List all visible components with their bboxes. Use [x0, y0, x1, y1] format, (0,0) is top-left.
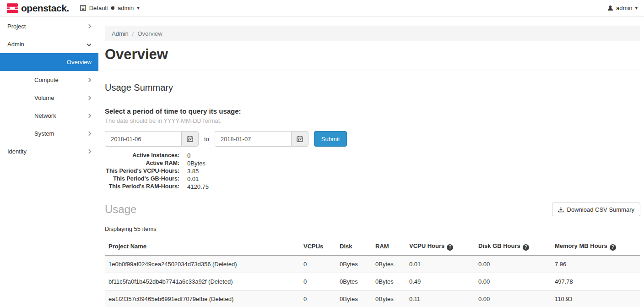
chevron-right-icon — [87, 132, 92, 136]
cell-disk: 0Bytes — [336, 290, 372, 307]
chevron-right-icon — [87, 96, 92, 100]
cell-memory-mb-hours: 110.93 — [551, 290, 640, 307]
breadcrumb-admin-link[interactable]: Admin — [112, 30, 129, 37]
cell-memory-mb-hours: 7.96 — [551, 255, 640, 273]
cell-disk: 0Bytes — [336, 273, 372, 290]
usage-table: Project Name VCPUs Disk RAM VCPU Hours? … — [105, 238, 640, 307]
sidebar-item-label: Project — [7, 23, 26, 30]
stat-value: 0 — [187, 152, 190, 159]
table-row: bf11c5fa0f1b452db4b7741a6c33a92f (Delete… — [105, 273, 640, 290]
calendar-icon[interactable] — [291, 131, 308, 147]
breadcrumb: Admin / Overview — [105, 26, 640, 41]
stat-value: 0Bytes — [187, 159, 206, 167]
sidebar-item-label: Network — [34, 112, 56, 119]
user-label: admin — [616, 5, 632, 11]
chevron-down-icon — [87, 42, 92, 47]
chevron-right-icon — [87, 24, 92, 29]
sidebar-item-network[interactable]: Network — [0, 107, 98, 125]
domain-label: Default — [89, 5, 108, 11]
cell-vcpus: 0 — [300, 290, 336, 307]
download-csv-button[interactable]: Download CSV Summary — [552, 203, 640, 216]
usage-section-header: Usage Download CSV Summary — [105, 203, 640, 216]
sidebar-item-volume[interactable]: Volume — [0, 89, 98, 107]
download-icon — [558, 207, 564, 213]
stat-active-instances: Active Instances: 0 — [105, 152, 640, 159]
date-from-group — [105, 131, 199, 147]
chevron-right-icon — [87, 78, 92, 82]
breadcrumb-current: Overview — [137, 30, 162, 37]
usage-heading: Usage — [105, 203, 136, 216]
cell-ram: 0Bytes — [372, 255, 406, 273]
stat-label: This Period's RAM-Hours: — [105, 183, 179, 191]
page-title: Overview — [105, 46, 640, 63]
stat-label: This Period's VCPU-Hours: — [105, 167, 179, 175]
stat-label: Active RAM: — [105, 159, 179, 167]
date-range-prompt: Select a period of time to query its usa… — [105, 107, 640, 115]
cell-ram: 0Bytes — [372, 273, 406, 290]
cell-memory-mb-hours: 497.78 — [551, 273, 640, 290]
cell-project-name: ea1f2f357c09465eb6991edf7079efbe (Delete… — [105, 290, 300, 307]
cell-vcpu-hours: 0.11 — [406, 290, 475, 307]
usage-summary-heading: Usage Summary — [105, 82, 640, 93]
sidebar-item-project[interactable]: Project — [0, 17, 98, 35]
table-header-row: Project Name VCPUs Disk RAM VCPU Hours? … — [105, 238, 640, 255]
table-row: 1e0b0f99af0249cea24502034d73d356 (Delete… — [105, 255, 640, 273]
chevron-right-icon — [87, 114, 92, 118]
stat-value: 4120.75 — [187, 183, 209, 191]
sidebar-item-label: Identity — [7, 148, 27, 155]
cell-project-name: bf11c5fa0f1b452db4b7741a6c33a92f (Delete… — [105, 273, 300, 290]
stat-label: This Period's GB-Hours: — [105, 175, 179, 183]
context-switcher[interactable]: Default admin ▾ — [80, 5, 140, 11]
topbar: openstack. Default admin ▾ admin ▾ — [0, 0, 644, 16]
stat-active-ram: Active RAM: 0Bytes — [105, 159, 640, 167]
sidebar-item-admin[interactable]: Admin — [0, 35, 98, 53]
col-header-memory-mb-hours: Memory MB Hours? — [551, 238, 640, 255]
sidebar-item-system[interactable]: System — [0, 125, 98, 143]
cell-disk-gb-hours: 0.00 — [475, 290, 551, 307]
calendar-icon[interactable] — [181, 131, 199, 147]
cell-ram: 0Bytes — [372, 290, 406, 307]
breadcrumb-separator: / — [132, 30, 134, 37]
date-to-group — [215, 131, 308, 147]
download-csv-label: Download CSV Summary — [567, 206, 634, 213]
cell-vcpus: 0 — [300, 255, 336, 273]
sidebar-item-label: Overview — [67, 59, 92, 66]
help-icon[interactable]: ? — [610, 244, 616, 251]
openstack-logo-icon — [6, 2, 18, 14]
usage-date-form: to Submit — [105, 131, 640, 147]
date-range-to-label: to — [204, 136, 209, 143]
col-header-disk-gb-hours: Disk GB Hours? — [475, 238, 551, 255]
chevron-down-icon: ▾ — [137, 5, 140, 11]
cell-disk-gb-hours: 0.00 — [475, 273, 551, 290]
project-label: admin — [118, 5, 134, 11]
user-icon — [607, 5, 613, 11]
sidebar-item-label: Admin — [7, 41, 24, 48]
sidebar-item-label: Volume — [34, 94, 54, 101]
sidebar: Project Admin Overview Compute Volume Ne… — [0, 16, 98, 307]
help-icon[interactable]: ? — [523, 244, 529, 251]
user-menu[interactable]: admin ▾ — [607, 5, 638, 11]
col-header-vcpu-hours: VCPU Hours? — [406, 238, 475, 255]
date-format-hint: The date should be in YYYY-MM-DD format. — [105, 117, 640, 124]
openstack-logo[interactable]: openstack. — [6, 2, 69, 14]
domain-icon — [80, 5, 86, 11]
chevron-down-icon: ▾ — [635, 5, 638, 11]
cell-disk: 0Bytes — [336, 255, 372, 273]
help-icon[interactable]: ? — [447, 244, 453, 251]
sidebar-item-identity[interactable]: Identity — [0, 143, 98, 160]
sidebar-item-compute[interactable]: Compute — [0, 71, 98, 89]
stat-vcpu-hours: This Period's VCPU-Hours: 3.85 — [105, 167, 640, 175]
stat-ram-hours: This Period's RAM-Hours: 4120.75 — [105, 183, 640, 191]
date-from-input[interactable] — [105, 131, 181, 147]
usage-stats: Active Instances: 0 Active RAM: 0Bytes T… — [105, 152, 640, 191]
cell-vcpu-hours: 0.01 — [406, 255, 475, 273]
submit-button[interactable]: Submit — [314, 131, 347, 147]
stat-gb-hours: This Period's GB-Hours: 0.01 — [105, 175, 640, 183]
stat-value: 3.85 — [187, 167, 199, 175]
date-to-input[interactable] — [215, 131, 291, 147]
item-count: Displaying 55 items — [105, 225, 640, 232]
brand-wordmark: openstack. — [21, 3, 69, 14]
cell-vcpus: 0 — [300, 273, 336, 290]
cell-disk-gb-hours: 0.00 — [475, 255, 551, 273]
sidebar-item-overview[interactable]: Overview — [0, 53, 98, 71]
